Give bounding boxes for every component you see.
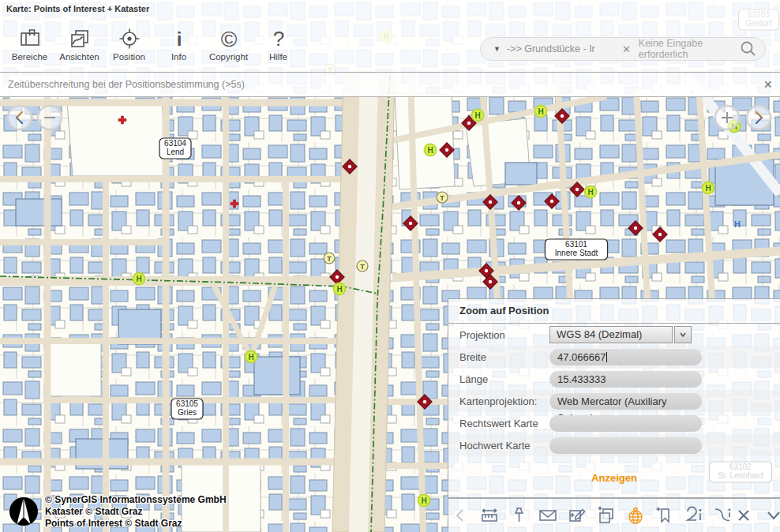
taxi-stand-marker[interactable]: T — [324, 253, 335, 264]
main-toolbar: Bereiche Ansichten Position — [5, 27, 303, 69]
svg-text:H: H — [587, 188, 593, 197]
copyright-button[interactable]: © Copyright — [204, 27, 253, 69]
hilfe-button[interactable]: ? Hilfe — [253, 27, 303, 69]
search-clear-icon[interactable]: ✕ — [622, 43, 631, 55]
zoom-in-button[interactable] — [714, 104, 741, 131]
text-caret — [606, 352, 607, 362]
district-label: 63104Lend — [159, 138, 191, 159]
svg-text:Gries: Gries — [178, 408, 197, 417]
projektion-label: Projektion — [448, 329, 549, 341]
bus-stop-marker[interactable]: H — [246, 351, 257, 363]
measure-icon[interactable] — [479, 505, 500, 526]
kartenprojektion-field: Web Mercator (Auxiliary Sphere) — [549, 393, 702, 410]
zoom-out-button[interactable] — [36, 104, 63, 131]
chevron-left-icon — [450, 505, 471, 526]
views-icon — [68, 27, 92, 51]
hochwert-input[interactable] — [549, 437, 702, 454]
collapse-icon[interactable] — [763, 505, 780, 526]
bus-stop-marker[interactable]: H — [585, 186, 597, 198]
position-button[interactable]: Position — [104, 27, 154, 69]
search-category-dropdown-icon[interactable]: ▼ — [493, 45, 501, 53]
form-row-hochwert: Hochwert Karte — [448, 434, 780, 456]
svg-text:T: T — [440, 194, 444, 202]
close-icon[interactable] — [733, 505, 754, 526]
copyright-line-3: Points of Interest © Stadt Graz — [45, 518, 227, 530]
svg-text:63104: 63104 — [164, 139, 186, 148]
rechtswert-label: Rechtswert Karte — [448, 418, 549, 429]
pan-left-button[interactable] — [6, 104, 33, 131]
hilfe-label: Hilfe — [269, 52, 287, 62]
svg-text:i: i — [176, 28, 182, 50]
zoom-auf-position-dialog: Zoom auf Position Projektion WGS 84 (Dez… — [448, 298, 780, 498]
form-row-breite: Breite 47.066667 — [448, 346, 780, 368]
svg-text:H: H — [427, 146, 433, 155]
help-icon: ? — [267, 27, 291, 51]
mail-icon[interactable] — [538, 505, 558, 526]
bus-stop-marker[interactable]: H — [472, 110, 484, 122]
edit-icon[interactable] — [567, 505, 587, 526]
bereiche-button[interactable]: Bereiche — [5, 27, 54, 69]
svg-text:H: H — [336, 285, 342, 294]
synergis-logo-icon — [8, 496, 39, 527]
copy-icon[interactable] — [596, 505, 617, 526]
projection-select[interactable]: WGS 84 (Dezimal) — [549, 326, 673, 343]
svg-text:H: H — [136, 275, 141, 283]
identify-line-icon[interactable] — [713, 505, 733, 526]
svg-text:H: H — [734, 219, 741, 229]
breite-label: Breite — [448, 351, 549, 363]
svg-text:H: H — [705, 184, 711, 193]
form-row-laenge: Länge 15.433333 — [448, 368, 780, 390]
info-label: Info — [171, 52, 186, 62]
ansichten-label: Ansichten — [59, 52, 99, 62]
bottom-toolbar — [448, 498, 780, 532]
rechtswert-input[interactable] — [549, 415, 702, 432]
svg-text:Innere Stadt: Innere Stadt — [555, 249, 598, 257]
crosshair-icon — [118, 27, 141, 51]
svg-text:T: T — [327, 255, 332, 263]
identify-icon[interactable] — [684, 505, 704, 526]
globe-icon[interactable] — [625, 505, 646, 526]
pan-right-button[interactable] — [745, 104, 772, 131]
svg-text:H: H — [248, 353, 253, 362]
district-label: 63101Innere Stadt — [545, 239, 607, 260]
laenge-input[interactable]: 15.433333 — [549, 371, 702, 388]
bus-stop-marker[interactable]: H — [535, 106, 547, 118]
search-bar[interactable]: ▼ ->> Grundstücke - Ir ✕ Keine Eingabe e… — [480, 37, 766, 61]
bus-stop-marker[interactable]: H — [703, 182, 714, 194]
taxi-stand-marker[interactable]: T — [357, 260, 368, 272]
bus-stop-marker[interactable]: H — [334, 283, 346, 295]
svg-text:H: H — [421, 496, 426, 505]
svg-text:63105: 63105 — [176, 399, 198, 408]
ansichten-button[interactable]: Ansichten — [54, 27, 104, 69]
svg-text:H: H — [474, 111, 480, 120]
copyright-icon: © — [217, 27, 241, 51]
svg-text:Lend: Lend — [167, 148, 184, 156]
svg-text:©: © — [220, 27, 237, 51]
bookmark-add-icon[interactable] — [654, 505, 675, 526]
search-icon[interactable] — [740, 40, 757, 58]
notification-close-icon[interactable]: × — [763, 77, 772, 92]
anzeigen-button[interactable]: Anzeigen — [591, 472, 637, 484]
copyright-line-2: Kataster © Stadt Graz — [45, 506, 227, 518]
map-copyright: © SynerGIS Informationssysteme GmbH Kata… — [8, 494, 227, 530]
projection-select-arrow-icon[interactable] — [674, 326, 692, 343]
search-category[interactable]: ->> Grundstücke - Ir — [507, 43, 608, 54]
pin-icon[interactable] — [508, 505, 529, 526]
svg-text:H: H — [538, 107, 543, 116]
header-bar: Karte: Points of Interest + Kataster Ber… — [0, 0, 780, 73]
svg-text:?: ? — [272, 27, 283, 51]
kartenprojektion-label: Kartenprojektion: — [448, 395, 549, 407]
info-button[interactable]: i Info — [154, 27, 204, 69]
taxi-stand-marker[interactable]: T — [437, 192, 448, 203]
breite-input[interactable]: 47.066667 — [549, 349, 702, 365]
copyright-label: Copyright — [209, 52, 248, 62]
form-row-rechtswert: Rechtswert Karte — [448, 412, 780, 434]
district-label: 63105Gries — [171, 399, 203, 419]
bereiche-label: Bereiche — [12, 52, 47, 62]
svg-text:63101: 63101 — [565, 240, 587, 249]
bus-stop-marker[interactable]: H — [425, 144, 437, 156]
bus-stop-marker[interactable]: H — [133, 273, 145, 285]
hochwert-label: Hochwert Karte — [448, 440, 549, 451]
bus-stop-marker[interactable]: H — [418, 495, 430, 507]
search-input[interactable]: Keine Eingabe erforderlich — [639, 38, 740, 60]
